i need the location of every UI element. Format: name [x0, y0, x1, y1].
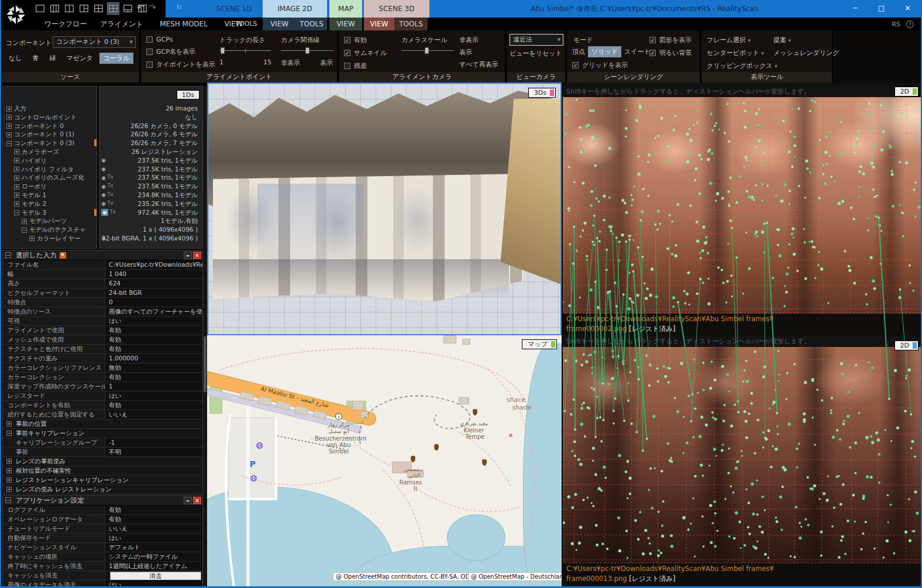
checkbox-有効[interactable]: ✓有効 — [344, 36, 387, 44]
dock-toggle-icon[interactable]: ◂▸ — [184, 252, 192, 259]
clear-cache-button[interactable]: 消去 — [110, 572, 201, 580]
clipping-box-dropdown[interactable]: クリッピングボックス ▾ — [707, 61, 777, 70]
workspace-tab-map[interactable]: MAP — [329, 0, 362, 18]
source-color-button[interactable]: なし — [5, 53, 26, 64]
checkbox-サムネイル[interactable]: ✓サムネイル — [344, 49, 387, 57]
frame-select-dropdown[interactable]: フレーム選択 ▾ — [707, 36, 751, 44]
tree-expander-icon[interactable]: + — [14, 201, 19, 207]
tree-item[interactable]: +入力 — [3, 104, 97, 113]
layout-icon-v2-2[interactable] — [64, 3, 75, 14]
tree-expander-icon[interactable]: + — [6, 115, 12, 120]
tree-expander-icon[interactable]: + — [22, 219, 27, 224]
visibility-eye-icon[interactable]: ◉ — [101, 191, 106, 198]
property-group-row[interactable]: +レンズの事前歪み — [3, 457, 202, 466]
selected-input-panel-title[interactable]: − 選択した入力 ◂▸ ✕ — [3, 250, 202, 260]
tree-item[interactable]: +モデル 1 — [3, 191, 97, 200]
visibility-eye-icon[interactable]: ◉ — [101, 200, 106, 207]
workspace-tab-scene1d[interactable]: SCENE 1D — [198, 0, 270, 18]
tree-expander-icon[interactable]: + — [14, 192, 19, 198]
center-pivot-dropdown[interactable]: センターピボット ▾ — [707, 49, 764, 57]
tree-item[interactable]: +コンポーネント 0 — [3, 122, 97, 130]
property-group-row[interactable]: +レジストレーションキャリブレーション — [3, 476, 202, 485]
reset-view-button[interactable]: ビューをリセット — [510, 49, 562, 58]
tree-item[interactable]: +ハイポリ — [3, 156, 97, 165]
app-settings-panel-title[interactable]: − アプリケーション設定 ◂▸ ✕ — [3, 496, 202, 506]
tree-item[interactable]: +ハイポリ フィルタ — [3, 165, 97, 174]
source-color-button[interactable]: マゼンタ — [63, 53, 97, 64]
viewport-image-bottom[interactable]: Shiftキーを押しながらドラッグすると、ディストーションヘルパーが変形します。… — [563, 336, 922, 588]
pin-icon[interactable] — [60, 252, 66, 259]
tree-item[interactable]: +ローポリ — [3, 182, 97, 191]
maximize-button[interactable]: □ — [868, 0, 895, 18]
tree-item[interactable]: +コントロールポイント — [3, 113, 97, 122]
help-icon[interactable]: ? — [906, 20, 914, 28]
visibility-eye-icon[interactable]: ◉ — [101, 235, 106, 242]
viewport-badge-3ds[interactable]: 3Ds — [528, 88, 556, 98]
photo-frame000002[interactable] — [563, 97, 922, 314]
property-group-row[interactable]: +レンズの歪み レジストレーション — [3, 485, 202, 494]
cameras-hide-button[interactable]: 非表示 — [459, 36, 479, 44]
workspace-tab-scene3d[interactable]: SCENE 3D — [364, 0, 429, 18]
grid-checkbox[interactable]: ✓グリッドを表示 — [572, 61, 628, 70]
layout-icon-g4-4[interactable] — [93, 3, 104, 14]
viewport-badge-2d-bottom[interactable]: 2D — [895, 341, 918, 350]
checkbox-GCPs[interactable]: GCPs — [146, 36, 215, 43]
tree-item[interactable]: +モデルパーツ — [3, 216, 97, 225]
redo-icon[interactable]: ↷ — [149, 2, 157, 13]
render-mode-button-ソリッド[interactable]: ソリッド — [588, 46, 621, 57]
layout-icon-lr-3[interactable] — [78, 3, 90, 14]
property-group-row[interactable]: +事前の位置 — [3, 419, 202, 429]
checkbox-残差[interactable]: 残差 — [344, 61, 387, 70]
visibility-eye-icon[interactable]: ◉ — [101, 174, 106, 181]
checkbox-図形を表示[interactable]: ✓図形を表示 — [649, 36, 692, 44]
collapse-icon[interactable]: − — [5, 252, 11, 258]
layout-icon-rb-6[interactable] — [122, 3, 133, 14]
menu-item-mesh-model-2[interactable]: MESH MODEL — [149, 18, 219, 30]
workspace-tab-image2d[interactable]: IMAGE 2D — [263, 0, 327, 18]
visibility-eye-icon[interactable]: ◉ — [101, 166, 106, 173]
undo-icon[interactable]: ↶ — [137, 2, 145, 13]
track-length-slider[interactable] — [219, 47, 271, 54]
visibility-eye-icon[interactable]: ◉ — [101, 209, 108, 216]
cameras-show-button[interactable]: 表示 — [459, 48, 472, 57]
tree-expander-icon[interactable]: + — [29, 236, 35, 241]
camera-scale-slider[interactable] — [401, 47, 454, 54]
cameras-reshow-button[interactable]: すべて再表示 — [459, 60, 498, 69]
menu-item-view-7[interactable]: VIEW — [329, 18, 362, 30]
panel-close-icon[interactable]: ✕ — [193, 497, 201, 504]
layout-icon-v3-1[interactable] — [49, 3, 60, 14]
collapse-icon[interactable]: − — [5, 497, 11, 503]
render-mode-button-頂点[interactable]: 頂点 — [572, 47, 585, 56]
checkbox-タイポイントを表示[interactable]: タイポイントを表示 — [146, 60, 215, 69]
tree-expander-icon[interactable]: + — [6, 106, 12, 112]
source-color-button[interactable]: 緑 — [46, 53, 60, 64]
menu-item-view-8[interactable]: VIEW — [364, 18, 394, 30]
tree-expander-icon[interactable]: + — [14, 184, 19, 190]
component-dropdown[interactable]: コンポーネント 0 (3)▾ — [53, 36, 136, 48]
property-group-row[interactable]: +相対位置の不確実性 — [3, 466, 202, 476]
menu-item-アライメント-1[interactable]: アライメント — [95, 18, 149, 30]
menu-item-ワークフロー-0[interactable]: ワークフロー — [36, 18, 95, 30]
suggest-dropdown[interactable]: 提案 ▾ — [773, 36, 791, 44]
left-panel-scrollbar[interactable] — [203, 86, 207, 587]
viewport-badge-2d-top[interactable]: 2D — [895, 87, 918, 97]
checkbox-明るい背景[interactable]: ✓明るい背景 — [649, 49, 692, 57]
property-group-row[interactable]: −事前キャリブレーション — [3, 429, 202, 438]
tree-expander-icon[interactable]: + — [6, 123, 12, 129]
source-color-button[interactable]: 青 — [29, 53, 43, 64]
tree-expander-icon[interactable]: + — [14, 149, 19, 154]
viewport-map[interactable]: Al Maabu St - شارع المعبدمركز زوارأبو سم… — [207, 335, 562, 588]
tree-item[interactable]: +カラーレイヤー — [3, 234, 97, 243]
dock-toggle-icon[interactable]: ◂▸ — [184, 497, 192, 504]
viewport-3d[interactable]: 3Ds — [207, 82, 562, 335]
tree-expander-icon[interactable]: + — [14, 158, 19, 163]
menu-item-tools-6[interactable]: TOOLS — [296, 18, 327, 30]
photo-frame000013[interactable] — [563, 347, 922, 563]
panel-close-icon[interactable]: ✕ — [193, 252, 201, 259]
tree-item[interactable]: +コンポーネント 0 (1) — [3, 130, 97, 139]
tree-expander-icon[interactable]: − — [22, 228, 27, 233]
layout-icon-g4-5[interactable] — [108, 3, 119, 14]
tree-item[interactable]: −モデル 3 — [3, 208, 97, 217]
viewport-image-top[interactable]: Shiftキーを押しながらドラッグすると、ディストーションヘルパーが変形します。… — [563, 82, 922, 336]
view-badge-1ds[interactable]: 1Ds — [177, 90, 199, 99]
